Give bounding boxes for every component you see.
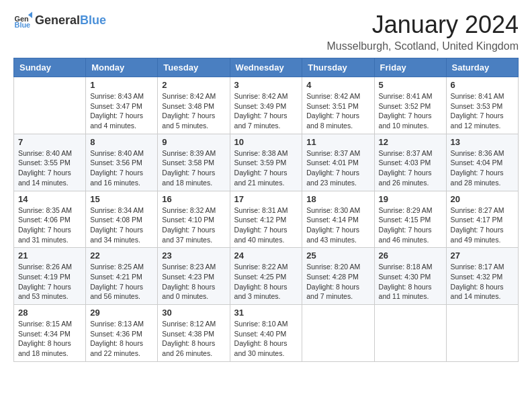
- day-number: 1: [90, 80, 153, 90]
- header-thursday: Thursday: [302, 58, 374, 77]
- day-number: 6: [451, 80, 514, 90]
- calendar-cell: 6Sunrise: 8:41 AMSunset: 3:53 PMDaylight…: [446, 77, 518, 134]
- day-info: Sunrise: 8:37 AMSunset: 4:03 PMDaylight:…: [379, 148, 442, 188]
- calendar-cell: 15Sunrise: 8:34 AMSunset: 4:08 PMDayligh…: [86, 191, 158, 248]
- calendar-cell: 21Sunrise: 8:26 AMSunset: 4:19 PMDayligh…: [14, 248, 86, 305]
- header-monday: Monday: [86, 58, 158, 77]
- day-info: Sunrise: 8:30 AMSunset: 4:14 PMDaylight:…: [306, 205, 369, 245]
- day-number: 25: [306, 250, 369, 261]
- day-number: 29: [90, 308, 153, 318]
- day-info: Sunrise: 8:40 AMSunset: 3:56 PMDaylight:…: [90, 148, 153, 188]
- day-info: Sunrise: 8:26 AMSunset: 4:19 PMDaylight:…: [18, 262, 81, 302]
- day-number: 27: [451, 250, 514, 261]
- day-number: 21: [18, 250, 81, 261]
- month-title: January 2024: [327, 11, 519, 39]
- day-number: 3: [234, 80, 298, 90]
- day-info: Sunrise: 8:35 AMSunset: 4:06 PMDaylight:…: [18, 205, 81, 245]
- day-number: 16: [162, 194, 225, 204]
- week-row-5: 28Sunrise: 8:15 AMSunset: 4:34 PMDayligh…: [14, 305, 519, 362]
- header-friday: Friday: [374, 58, 446, 77]
- logo: Gen Blue GeneralBlue: [13, 11, 106, 30]
- day-info: Sunrise: 8:40 AMSunset: 3:55 PMDaylight:…: [18, 148, 81, 188]
- calendar-cell: 19Sunrise: 8:29 AMSunset: 4:15 PMDayligh…: [374, 191, 446, 248]
- day-info: Sunrise: 8:15 AMSunset: 4:34 PMDaylight:…: [18, 319, 81, 359]
- day-number: 30: [162, 308, 225, 318]
- day-info: Sunrise: 8:38 AMSunset: 3:59 PMDaylight:…: [234, 148, 298, 188]
- calendar-cell: [14, 77, 86, 134]
- day-info: Sunrise: 8:22 AMSunset: 4:25 PMDaylight:…: [234, 262, 298, 302]
- week-row-3: 14Sunrise: 8:35 AMSunset: 4:06 PMDayligh…: [14, 191, 519, 248]
- calendar-cell: 25Sunrise: 8:20 AMSunset: 4:28 PMDayligh…: [302, 248, 374, 305]
- calendar-cell: 10Sunrise: 8:38 AMSunset: 3:59 PMDayligh…: [230, 134, 302, 191]
- day-info: Sunrise: 8:41 AMSunset: 3:52 PMDaylight:…: [379, 91, 442, 131]
- calendar-cell: 3Sunrise: 8:42 AMSunset: 3:49 PMDaylight…: [230, 77, 302, 134]
- day-info: Sunrise: 8:43 AMSunset: 3:47 PMDaylight:…: [90, 91, 153, 131]
- day-number: 22: [90, 250, 153, 261]
- header-tuesday: Tuesday: [158, 58, 230, 77]
- calendar-cell: 11Sunrise: 8:37 AMSunset: 4:01 PMDayligh…: [302, 134, 374, 191]
- calendar-cell: 23Sunrise: 8:23 AMSunset: 4:23 PMDayligh…: [158, 248, 230, 305]
- location-subtitle: Musselburgh, Scotland, United Kingdom: [327, 40, 519, 52]
- logo-blue: Blue: [80, 13, 106, 28]
- calendar-cell: 20Sunrise: 8:27 AMSunset: 4:17 PMDayligh…: [446, 191, 518, 248]
- calendar-cell: [374, 305, 446, 362]
- day-info: Sunrise: 8:25 AMSunset: 4:21 PMDaylight:…: [90, 262, 153, 302]
- calendar-cell: 5Sunrise: 8:41 AMSunset: 3:52 PMDaylight…: [374, 77, 446, 134]
- day-number: 20: [451, 194, 514, 204]
- day-number: 9: [162, 137, 225, 147]
- week-row-2: 7Sunrise: 8:40 AMSunset: 3:55 PMDaylight…: [14, 134, 519, 191]
- calendar-cell: 29Sunrise: 8:13 AMSunset: 4:36 PMDayligh…: [86, 305, 158, 362]
- day-info: Sunrise: 8:23 AMSunset: 4:23 PMDaylight:…: [162, 262, 225, 302]
- calendar-cell: 7Sunrise: 8:40 AMSunset: 3:55 PMDaylight…: [14, 134, 86, 191]
- day-number: 26: [379, 250, 442, 261]
- calendar-cell: 30Sunrise: 8:12 AMSunset: 4:38 PMDayligh…: [158, 305, 230, 362]
- header-saturday: Saturday: [446, 58, 518, 77]
- day-info: Sunrise: 8:41 AMSunset: 3:53 PMDaylight:…: [451, 91, 514, 131]
- logo-general: General: [35, 13, 80, 28]
- day-number: 8: [90, 137, 153, 147]
- calendar-cell: [446, 305, 518, 362]
- day-info: Sunrise: 8:34 AMSunset: 4:08 PMDaylight:…: [90, 205, 153, 245]
- calendar-cell: 4Sunrise: 8:42 AMSunset: 3:51 PMDaylight…: [302, 77, 374, 134]
- calendar-cell: 2Sunrise: 8:42 AMSunset: 3:48 PMDaylight…: [158, 77, 230, 134]
- day-number: 31: [234, 308, 298, 318]
- day-number: 11: [306, 137, 369, 147]
- week-row-4: 21Sunrise: 8:26 AMSunset: 4:19 PMDayligh…: [14, 248, 519, 305]
- day-info: Sunrise: 8:29 AMSunset: 4:15 PMDaylight:…: [379, 205, 442, 245]
- day-number: 17: [234, 194, 298, 204]
- calendar-cell: 8Sunrise: 8:40 AMSunset: 3:56 PMDaylight…: [86, 134, 158, 191]
- header: Gen Blue GeneralBlue January 2024 Mussel…: [13, 11, 519, 52]
- day-number: 19: [379, 194, 442, 204]
- calendar-cell: 31Sunrise: 8:10 AMSunset: 4:40 PMDayligh…: [230, 305, 302, 362]
- day-info: Sunrise: 8:42 AMSunset: 3:48 PMDaylight:…: [162, 91, 225, 131]
- calendar-cell: 13Sunrise: 8:36 AMSunset: 4:04 PMDayligh…: [446, 134, 518, 191]
- header-row: Sunday Monday Tuesday Wednesday Thursday…: [14, 58, 519, 77]
- day-info: Sunrise: 8:31 AMSunset: 4:12 PMDaylight:…: [234, 205, 298, 245]
- title-area: January 2024 Musselburgh, Scotland, Unit…: [327, 11, 519, 52]
- day-number: 12: [379, 137, 442, 147]
- day-info: Sunrise: 8:27 AMSunset: 4:17 PMDaylight:…: [451, 205, 514, 245]
- calendar-cell: 1Sunrise: 8:43 AMSunset: 3:47 PMDaylight…: [86, 77, 158, 134]
- svg-text:Blue: Blue: [15, 21, 31, 29]
- day-info: Sunrise: 8:39 AMSunset: 3:58 PMDaylight:…: [162, 148, 225, 188]
- calendar-cell: 18Sunrise: 8:30 AMSunset: 4:14 PMDayligh…: [302, 191, 374, 248]
- day-number: 28: [18, 308, 81, 318]
- calendar-cell: 22Sunrise: 8:25 AMSunset: 4:21 PMDayligh…: [86, 248, 158, 305]
- day-info: Sunrise: 8:12 AMSunset: 4:38 PMDaylight:…: [162, 319, 225, 359]
- day-number: 13: [451, 137, 514, 147]
- day-info: Sunrise: 8:36 AMSunset: 4:04 PMDaylight:…: [451, 148, 514, 188]
- day-number: 4: [306, 80, 369, 90]
- day-number: 2: [162, 80, 225, 90]
- calendar-cell: 27Sunrise: 8:17 AMSunset: 4:32 PMDayligh…: [446, 248, 518, 305]
- day-info: Sunrise: 8:13 AMSunset: 4:36 PMDaylight:…: [90, 319, 153, 359]
- calendar-cell: 26Sunrise: 8:18 AMSunset: 4:30 PMDayligh…: [374, 248, 446, 305]
- day-info: Sunrise: 8:42 AMSunset: 3:49 PMDaylight:…: [234, 91, 298, 131]
- calendar-cell: 17Sunrise: 8:31 AMSunset: 4:12 PMDayligh…: [230, 191, 302, 248]
- logo-icon: Gen Blue: [13, 11, 32, 30]
- calendar-table: Sunday Monday Tuesday Wednesday Thursday…: [13, 58, 519, 362]
- day-info: Sunrise: 8:17 AMSunset: 4:32 PMDaylight:…: [451, 262, 514, 302]
- day-info: Sunrise: 8:18 AMSunset: 4:30 PMDaylight:…: [379, 262, 442, 302]
- day-number: 10: [234, 137, 298, 147]
- day-info: Sunrise: 8:32 AMSunset: 4:10 PMDaylight:…: [162, 205, 225, 245]
- calendar-cell: 12Sunrise: 8:37 AMSunset: 4:03 PMDayligh…: [374, 134, 446, 191]
